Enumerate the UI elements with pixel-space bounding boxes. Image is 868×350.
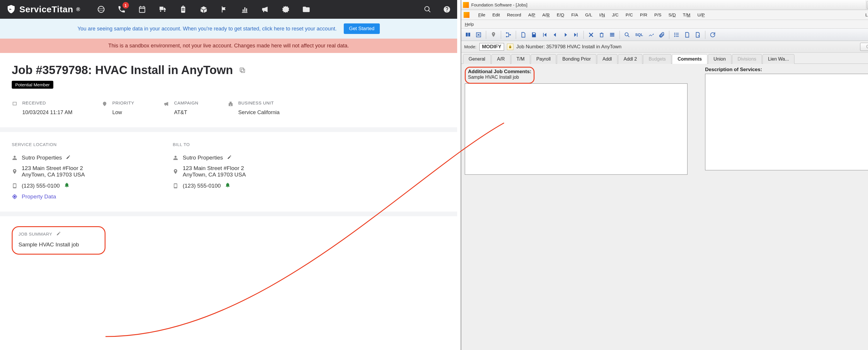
sample-data-notice: You are seeing sample data in your accou… <box>0 19 457 39</box>
help-icon[interactable] <box>442 5 451 14</box>
menu-eq[interactable]: E/Q <box>557 12 564 17</box>
business-unit-icon <box>228 101 234 107</box>
tb-refresh-icon[interactable] <box>708 30 717 39</box>
tab-union[interactable]: Union <box>708 54 732 64</box>
copy-icon[interactable] <box>239 67 246 74</box>
menu-file[interactable]: File <box>478 12 485 17</box>
tb-save-icon[interactable] <box>530 30 538 39</box>
svg-rect-10 <box>506 36 507 37</box>
potential-member-chip: Potential Member <box>12 81 53 89</box>
menu-log-a-call[interactable]: Log a Call <box>865 12 868 17</box>
tab-divisions[interactable]: Divisions <box>732 54 762 64</box>
menu-ap[interactable]: A/P <box>528 12 535 17</box>
tab-addl[interactable]: Addl <box>597 54 617 64</box>
search-icon[interactable] <box>423 5 432 14</box>
tb-next-icon[interactable] <box>561 30 570 39</box>
tab-bonding[interactable]: Bonding Prior <box>557 54 596 64</box>
billto-addr-line1: 123 Main Street #Floor 2 <box>183 165 246 172</box>
lock-icon[interactable] <box>507 44 514 50</box>
menu-ar[interactable]: A/R <box>542 12 550 17</box>
tab-budgets[interactable]: Budgets <box>643 54 671 64</box>
tb-doc-edit-icon[interactable] <box>693 30 702 39</box>
menu-pc[interactable]: P/C <box>626 12 633 17</box>
bell-icon[interactable] <box>64 182 70 189</box>
tb-book-icon[interactable] <box>464 30 472 39</box>
tb-magnify-icon[interactable] <box>623 30 631 39</box>
campaign-value: AT&T <box>174 109 198 115</box>
tab-addl2[interactable]: Addl 2 <box>618 54 642 64</box>
billto-name[interactable]: Sutro Properties <box>183 154 223 161</box>
comments-text[interactable]: Sample HVAC Install job <box>468 75 531 80</box>
tab-lien[interactable]: Lien Wa... <box>763 54 795 64</box>
tb-doc-icon[interactable] <box>683 30 691 39</box>
fs-titlebar: Foundation Software - [Jobs] <box>461 0 868 10</box>
globe-icon[interactable] <box>97 5 105 14</box>
tb-bullets-icon[interactable] <box>672 30 681 39</box>
menu-edit[interactable]: Edit <box>492 12 500 17</box>
tb-first-icon[interactable] <box>540 30 549 39</box>
mobile-icon <box>12 183 18 189</box>
megaphone-icon[interactable] <box>261 5 270 14</box>
service-addr-line1: 123 Main Street #Floor 2 <box>22 165 85 172</box>
tab-payroll[interactable]: Payroll <box>531 54 556 64</box>
chart-icon[interactable] <box>240 5 249 14</box>
menu-sd[interactable]: S/D <box>669 12 676 17</box>
phone-icon[interactable]: 1 <box>117 5 126 14</box>
tb-delete-x-icon[interactable] <box>587 30 595 39</box>
menu-gl[interactable]: G/L <box>585 12 592 17</box>
tab-ar[interactable]: A/R <box>491 54 510 64</box>
menu-tm[interactable]: T/M <box>683 12 690 17</box>
tb-prev-icon[interactable] <box>551 30 559 39</box>
edit-icon[interactable] <box>56 231 61 237</box>
tb-last-icon[interactable] <box>572 30 581 39</box>
ok-button[interactable]: OK <box>860 43 868 51</box>
menu-help[interactable]: Help <box>465 22 474 27</box>
folder-icon[interactable] <box>302 5 311 14</box>
tb-attach-icon[interactable] <box>657 30 666 39</box>
menu-up[interactable]: U/P <box>698 12 705 17</box>
divider <box>0 127 457 132</box>
menu-jc[interactable]: J/C <box>612 12 619 17</box>
service-location-name[interactable]: Sutro Properties <box>22 154 62 161</box>
menu-ps[interactable]: P/S <box>654 12 661 17</box>
menu-pr[interactable]: P/R <box>640 12 647 17</box>
edit-icon[interactable] <box>227 154 232 161</box>
service-phone[interactable]: (123) 555-0100 <box>22 183 60 189</box>
tab-general[interactable]: General <box>463 54 491 64</box>
get-started-button[interactable]: Get Started <box>344 24 380 34</box>
billto-phone[interactable]: (123) 555-0100 <box>183 183 221 189</box>
rosette-icon[interactable] <box>281 5 290 14</box>
app-menu-icon[interactable] <box>464 12 469 18</box>
bell-icon[interactable] <box>225 182 230 189</box>
tb-list-icon[interactable] <box>608 30 617 39</box>
tb-close-icon[interactable] <box>474 30 483 39</box>
minimize-button[interactable] <box>867 1 868 9</box>
clipboard-icon[interactable] <box>179 5 188 14</box>
box-icon[interactable] <box>199 5 208 14</box>
menu-in[interactable]: I/N <box>599 12 605 17</box>
tb-new-icon[interactable] <box>519 30 528 39</box>
servicetitan-pane: ServiceTitan® 1 You are seeing sample da… <box>0 0 457 350</box>
property-data-link[interactable]: Property Data <box>22 194 56 200</box>
truck-icon[interactable] <box>158 5 167 14</box>
sandbox-notice: This is a sandbox environment, not your … <box>0 39 457 53</box>
menu-record[interactable]: Record <box>507 12 521 17</box>
flag-icon[interactable] <box>220 5 228 14</box>
mode-label: Mode: <box>464 44 476 49</box>
tb-sql-icon[interactable]: SQL <box>633 30 645 39</box>
foundation-pane: Foundation Software - [Jobs] File Edit R… <box>461 0 868 350</box>
svg-rect-14 <box>610 33 615 34</box>
st-logo[interactable]: ServiceTitan® <box>6 4 80 14</box>
description-textarea[interactable] <box>705 74 868 170</box>
tb-pin-icon[interactable] <box>489 30 498 39</box>
menu-fa[interactable]: F/A <box>571 12 578 17</box>
campaign-label: CAMPAIGN <box>174 100 198 105</box>
tb-tools-icon[interactable] <box>647 30 655 39</box>
tab-comments[interactable]: Comments <box>672 54 707 64</box>
comments-textarea[interactable] <box>465 83 687 175</box>
tb-tree-icon[interactable] <box>504 30 513 39</box>
tb-trash-icon[interactable] <box>597 30 606 39</box>
calendar-icon[interactable] <box>138 5 147 14</box>
edit-icon[interactable] <box>66 154 71 161</box>
tab-tm[interactable]: T/M <box>511 54 530 64</box>
